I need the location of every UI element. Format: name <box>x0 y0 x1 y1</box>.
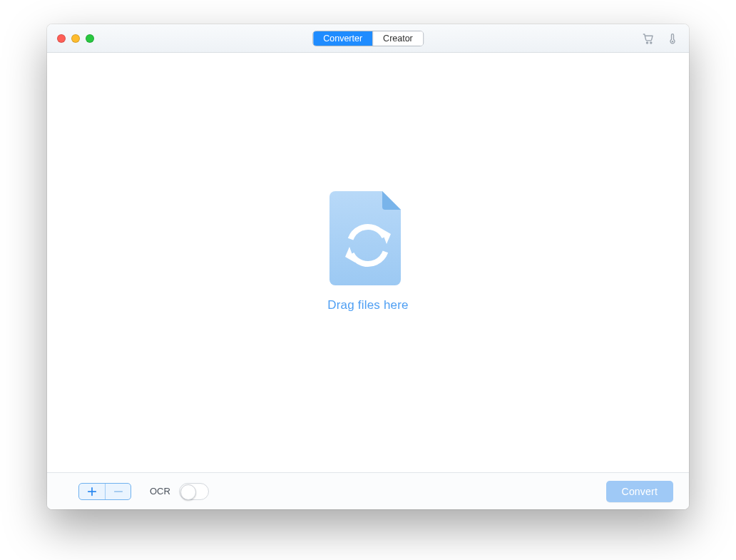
svg-point-0 <box>646 41 648 43</box>
svg-point-1 <box>650 41 652 43</box>
drop-area[interactable]: Drag files here <box>47 53 689 472</box>
titlebar-right-icons <box>642 32 679 45</box>
ocr-toggle[interactable] <box>179 483 209 500</box>
minimize-window-button[interactable] <box>71 34 80 43</box>
add-remove-group <box>78 483 131 500</box>
remove-file-button[interactable] <box>105 484 131 499</box>
close-window-button[interactable] <box>57 34 66 43</box>
titlebar: Converter Creator <box>47 24 689 53</box>
app-window: Converter Creator <box>47 24 689 509</box>
file-convert-icon <box>328 187 408 288</box>
add-file-button[interactable] <box>79 484 105 499</box>
window-controls <box>57 34 94 43</box>
ocr-group: OCR <box>150 483 209 500</box>
drop-zone: Drag files here <box>327 187 409 312</box>
drop-caption: Drag files here <box>327 298 409 312</box>
thermometer-icon[interactable] <box>666 32 679 45</box>
tab-converter[interactable]: Converter <box>313 31 372 46</box>
mode-segmented-control: Converter Creator <box>312 31 424 46</box>
cart-icon[interactable] <box>642 32 655 45</box>
tab-creator[interactable]: Creator <box>372 31 423 46</box>
svg-point-2 <box>672 40 673 41</box>
ocr-label: OCR <box>150 486 170 497</box>
convert-button[interactable]: Convert <box>606 481 673 502</box>
footer-toolbar: OCR Convert <box>47 472 689 509</box>
zoom-window-button[interactable] <box>86 34 94 43</box>
